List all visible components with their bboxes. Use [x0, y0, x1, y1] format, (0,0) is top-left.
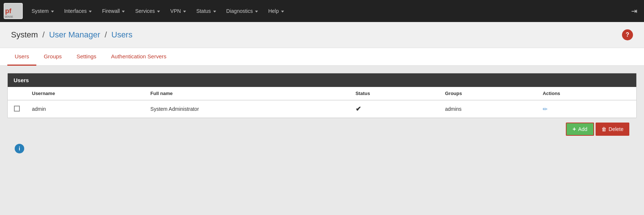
col-actions: Actions: [537, 87, 636, 100]
table-header-row: Username Full name Status Groups Actions: [8, 87, 636, 100]
chevron-down-icon: [51, 11, 54, 12]
pfsense-logo: pf SENSE: [4, 3, 23, 19]
nav-item-diagnostics[interactable]: Diagnostics: [221, 0, 263, 22]
row-checkbox-cell: [8, 100, 26, 118]
help-button[interactable]: ?: [622, 29, 633, 40]
nav-item-interfaces[interactable]: Interfaces: [59, 0, 97, 22]
tab-users[interactable]: Users: [7, 48, 36, 66]
breadcrumb-link-usermanager[interactable]: User Manager: [49, 30, 100, 39]
tab-groups[interactable]: Groups: [36, 48, 69, 66]
chevron-down-icon: [213, 11, 216, 12]
nav-item-status[interactable]: Status: [191, 0, 221, 22]
chevron-down-icon: [122, 11, 125, 12]
col-fullname: Full name: [145, 87, 350, 100]
col-username: Username: [26, 87, 145, 100]
users-table-card: Users Username Full name Status Groups: [7, 73, 637, 118]
breadcrumb: System / User Manager / Users ?: [0, 22, 644, 48]
nav-item-firewall[interactable]: Firewall: [97, 0, 130, 22]
col-groups: Groups: [439, 87, 537, 100]
col-checkbox: [8, 87, 26, 100]
chevron-down-icon: [255, 11, 258, 12]
tabs: Users Groups Settings Authentication Ser…: [7, 48, 637, 65]
tabs-container: Users Groups Settings Authentication Ser…: [0, 48, 644, 66]
logout-icon[interactable]: ⇥: [628, 4, 640, 18]
plus-icon: +: [572, 126, 576, 132]
row-username: admin: [26, 100, 145, 118]
row-actions: ✏: [537, 100, 636, 118]
table-section-title: Users: [8, 73, 636, 87]
chevron-down-icon: [89, 11, 92, 12]
table-row: admin System Administrator ✔ admins ✏: [8, 100, 636, 118]
nav-item-system[interactable]: System: [26, 0, 59, 22]
info-icon[interactable]: i: [15, 144, 24, 153]
navbar-right: ⇥: [628, 4, 640, 18]
action-buttons-row: + Add 🗑 Delete: [7, 118, 637, 140]
breadcrumb-link-users[interactable]: Users: [112, 30, 132, 39]
main-content: Users Username Full name Status Groups: [0, 66, 644, 164]
edit-icon[interactable]: ✏: [543, 106, 547, 112]
row-status: ✔: [350, 100, 439, 118]
tab-authentication-servers[interactable]: Authentication Servers: [104, 48, 174, 66]
tab-settings[interactable]: Settings: [69, 48, 103, 66]
brand-logo[interactable]: pf SENSE: [4, 3, 23, 19]
breadcrumb-root: System: [11, 30, 38, 39]
chevron-down-icon: [157, 11, 160, 12]
navbar: pf SENSE System Interfaces Firewall Serv…: [0, 0, 644, 22]
col-status: Status: [350, 87, 439, 100]
svg-text:SENSE: SENSE: [4, 15, 13, 18]
nav-item-help[interactable]: Help: [263, 0, 289, 22]
nav-menu: System Interfaces Firewall Services VPN …: [26, 0, 628, 22]
row-groups: admins: [439, 100, 537, 118]
add-button[interactable]: + Add: [566, 123, 594, 136]
users-table: Username Full name Status Groups Actions: [8, 87, 636, 118]
breadcrumb-text: System / User Manager / Users: [11, 30, 132, 40]
info-section: i: [7, 140, 637, 157]
chevron-down-icon: [281, 11, 284, 12]
svg-text:pf: pf: [5, 7, 12, 15]
delete-button[interactable]: 🗑 Delete: [596, 123, 629, 136]
breadcrumb-sep2: /: [105, 30, 107, 39]
nav-item-services[interactable]: Services: [130, 0, 165, 22]
row-fullname: System Administrator: [145, 100, 350, 118]
nav-item-vpn[interactable]: VPN: [165, 0, 191, 22]
row-checkbox[interactable]: [14, 106, 20, 112]
trash-icon: 🗑: [601, 126, 607, 132]
chevron-down-icon: [183, 11, 186, 12]
breadcrumb-sep1: /: [42, 30, 44, 39]
